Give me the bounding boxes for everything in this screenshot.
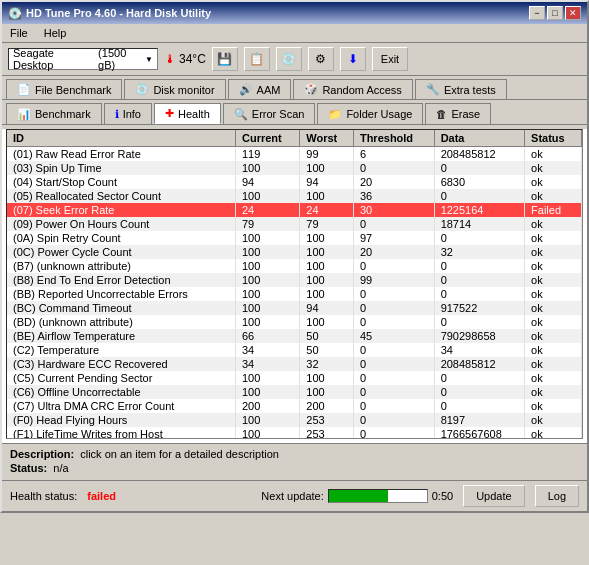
health-status-value: failed [87,490,116,502]
cell-worst: 100 [300,161,354,175]
cell-current: 100 [235,371,299,385]
cell-id: (07) Seek Error Rate [7,203,235,217]
cell-threshold: 0 [353,217,434,231]
tab-disk-monitor[interactable]: 💿 Disk monitor [124,79,225,99]
menu-bar: File Help [2,24,587,43]
cell-threshold: 20 [353,245,434,259]
col-data: Data [434,130,524,147]
table-row[interactable]: (C7) Ultra DMA CRC Error Count20020000ok [7,399,582,413]
table-row[interactable]: (04) Start/Stop Count9494206830ok [7,175,582,189]
table-row[interactable]: (B8) End To End Error Detection100100990… [7,273,582,287]
maximize-button[interactable]: □ [547,6,563,20]
minimize-button[interactable]: − [529,6,545,20]
table-row[interactable]: (B7) (unknown attribute)10010000ok [7,259,582,273]
cell-worst: 94 [300,175,354,189]
cell-data: 34 [434,343,524,357]
table-row[interactable]: (0A) Spin Retry Count100100970ok [7,231,582,245]
table-row[interactable]: (C6) Offline Uncorrectable10010000ok [7,385,582,399]
tab-info[interactable]: ℹ Info [104,103,152,124]
table-row[interactable]: (F0) Head Flying Hours10025308197ok [7,413,582,427]
cell-id: (B8) End To End Error Detection [7,273,235,287]
tab-error-scan[interactable]: 🔍 Error Scan [223,103,316,124]
table-row[interactable]: (BD) (unknown attribute)10010000ok [7,315,582,329]
info-icon: ℹ [115,108,119,121]
table-row[interactable]: (F1) LifeTime Writes from Host1002530176… [7,427,582,439]
table-row[interactable]: (07) Seek Error Rate2424301225164Failed [7,203,582,217]
drive-selector[interactable]: Seagate Desktop (1500 gB) ▼ [8,48,158,70]
cell-data: 0 [434,273,524,287]
cell-data: 0 [434,259,524,273]
tab-erase[interactable]: 🗑 Erase [425,103,491,124]
disk-button[interactable]: 💿 [276,47,302,71]
app-title: HD Tune Pro 4.60 - Hard Disk Utility [26,7,211,19]
cell-worst: 100 [300,231,354,245]
tab-aam[interactable]: 🔊 AAM [228,79,292,99]
cell-data: 208485812 [434,147,524,162]
table-row[interactable]: (BC) Command Timeout100940917522ok [7,301,582,315]
tab-file-benchmark[interactable]: 📄 File Benchmark [6,79,122,99]
download-button[interactable]: ⬇ [340,47,366,71]
col-id: ID [7,130,235,147]
table-row[interactable]: (05) Reallocated Sector Count100100360ok [7,189,582,203]
cell-status: ok [525,245,582,259]
title-bar: 💽 HD Tune Pro 4.60 - Hard Disk Utility −… [2,2,587,24]
table-row[interactable]: (0C) Power Cycle Count1001002032ok [7,245,582,259]
cell-current: 100 [235,427,299,439]
cell-id: (BD) (unknown attribute) [7,315,235,329]
next-update-label: Next update: [261,490,323,502]
cell-worst: 253 [300,427,354,439]
tab-random-access[interactable]: 🎲 Random Access [293,79,412,99]
settings-button[interactable]: ⚙ [308,47,334,71]
cell-status: ok [525,315,582,329]
tab-folder-usage[interactable]: 📁 Folder Usage [317,103,423,124]
cell-status: ok [525,175,582,189]
smart-table-container[interactable]: ID Current Worst Threshold Data Status (… [6,129,583,439]
table-row[interactable]: (03) Spin Up Time10010000ok [7,161,582,175]
table-row[interactable]: (BE) Airflow Temperature665045790298658o… [7,329,582,343]
exit-button[interactable]: Exit [372,47,408,71]
cell-data: 32 [434,245,524,259]
cell-worst: 100 [300,273,354,287]
tab-benchmark[interactable]: 📊 Benchmark [6,103,102,124]
cell-threshold: 6 [353,147,434,162]
random-access-icon: 🎲 [304,83,318,96]
cell-current: 100 [235,231,299,245]
description-area: Description: click on an item for a deta… [2,443,587,480]
tabs-row-2: 📊 Benchmark ℹ Info ✚ Health 🔍 Error Scan… [2,100,587,125]
cell-data: 0 [434,315,524,329]
col-worst: Worst [300,130,354,147]
cell-worst: 50 [300,343,354,357]
close-button[interactable]: ✕ [565,6,581,20]
table-row[interactable]: (C2) Temperature3450034ok [7,343,582,357]
smart-table: ID Current Worst Threshold Data Status (… [7,130,582,439]
menu-help[interactable]: Help [40,26,71,40]
cell-current: 100 [235,259,299,273]
cell-threshold: 36 [353,189,434,203]
table-row[interactable]: (09) Power On Hours Count7979018714ok [7,217,582,231]
cell-worst: 99 [300,147,354,162]
tab-extra-tests[interactable]: 🔧 Extra tests [415,79,507,99]
menu-file[interactable]: File [6,26,32,40]
table-row[interactable]: (01) Raw Read Error Rate119996208485812o… [7,147,582,162]
save-button[interactable]: 💾 [212,47,238,71]
update-button[interactable]: Update [463,485,524,507]
cell-data: 8197 [434,413,524,427]
cell-id: (05) Reallocated Sector Count [7,189,235,203]
table-row[interactable]: (BB) Reported Uncorrectable Errors100100… [7,287,582,301]
cell-threshold: 97 [353,231,434,245]
copy-button[interactable]: 📋 [244,47,270,71]
cell-current: 100 [235,161,299,175]
cell-status: ok [525,399,582,413]
table-row[interactable]: (C3) Hardware ECC Recovered3432020848581… [7,357,582,371]
table-row[interactable]: (C5) Current Pending Sector10010000ok [7,371,582,385]
thermometer-icon: 🌡 [164,52,176,66]
log-button[interactable]: Log [535,485,579,507]
cell-status: ok [525,427,582,439]
folder-usage-icon: 📁 [328,108,342,121]
cell-id: (C6) Offline Uncorrectable [7,385,235,399]
temperature-value: 34°C [179,52,206,66]
cell-data: 0 [434,161,524,175]
cell-current: 100 [235,245,299,259]
dropdown-arrow-icon: ▼ [145,55,153,64]
tab-health[interactable]: ✚ Health [154,103,221,124]
